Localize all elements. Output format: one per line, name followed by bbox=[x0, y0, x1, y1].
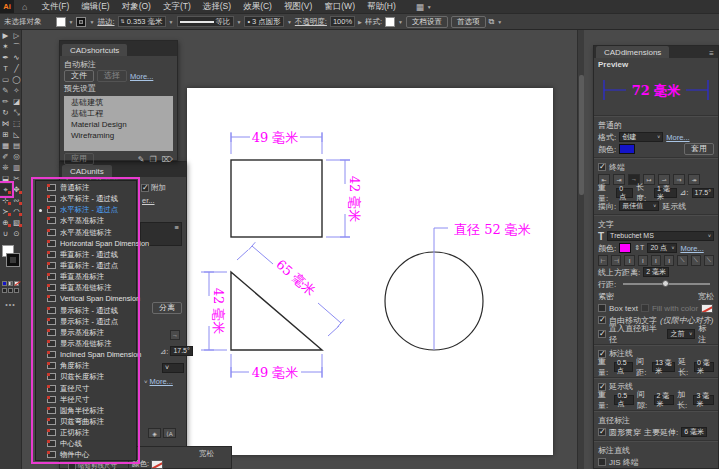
text-position-button[interactable]: ⟍ bbox=[677, 255, 687, 266]
separate-button[interactable]: 分离 bbox=[152, 302, 182, 314]
menu-item[interactable]: 对象(O) bbox=[116, 1, 157, 13]
edit-icon[interactable]: ✎ bbox=[138, 155, 145, 164]
opacity-label[interactable]: 不透明度: bbox=[295, 17, 327, 27]
fill-color-none-swatch[interactable] bbox=[701, 304, 713, 313]
menu-item-radius-size[interactable]: 半径尺寸 bbox=[36, 394, 136, 405]
menu-item-oblique-by-line[interactable]: 显示标注 - 通过线 bbox=[36, 305, 136, 316]
draw-behind-button[interactable] bbox=[8, 288, 13, 293]
more-link[interactable]: More... bbox=[130, 72, 153, 81]
text-position-button[interactable]: Ⅰ bbox=[651, 255, 661, 266]
menu-item[interactable]: 效果(C) bbox=[237, 1, 278, 13]
eraser-tool[interactable]: ◪ bbox=[11, 96, 22, 107]
color-mode-button[interactable] bbox=[2, 281, 7, 286]
chevron-right-icon[interactable]: ▶ bbox=[358, 19, 362, 25]
menu-item-fillet-radius[interactable]: 圆角半径标注 bbox=[36, 405, 136, 416]
dropdown-field[interactable]: ˅ bbox=[162, 363, 184, 373]
angle-field[interactable]: 17.5° bbox=[170, 346, 192, 356]
terminators-checkbox[interactable] bbox=[598, 163, 606, 171]
jis-checkbox[interactable] bbox=[598, 458, 606, 466]
menu-item-horizontal-datum[interactable]: 水平基准标注 bbox=[36, 215, 136, 226]
home-icon[interactable]: ⌂ bbox=[14, 2, 35, 12]
ellipse-tool[interactable]: ◯ bbox=[11, 74, 22, 85]
stroke-weight-field[interactable]: ⇅0.353 毫米 bbox=[118, 16, 166, 27]
apply-button[interactable]: 套用 bbox=[684, 143, 714, 155]
none-mode-button[interactable] bbox=[14, 281, 19, 286]
arrow-button[interactable]: → bbox=[170, 330, 180, 340]
above-line-field[interactable]: 2 毫米 bbox=[643, 267, 669, 277]
run-through-checkbox[interactable] bbox=[598, 428, 606, 436]
artboard-tool[interactable]: ⬓ bbox=[0, 173, 11, 184]
document-setup-button[interactable]: 文档设置 bbox=[406, 16, 448, 28]
pen-tool[interactable]: ✒ bbox=[0, 52, 11, 63]
attach-checkbox[interactable] bbox=[141, 184, 149, 192]
preset-item[interactable]: 基础工程 bbox=[71, 108, 171, 119]
chevron-down-icon[interactable]: ▼ bbox=[169, 19, 174, 25]
menu-item-horizontal-by-point[interactable]: 水平标注 - 通过点 bbox=[36, 204, 136, 215]
preferences-button[interactable]: 首选项 bbox=[451, 16, 486, 28]
app-logo-icon[interactable]: Ai bbox=[0, 0, 14, 13]
blend-tool[interactable]: ◎ bbox=[11, 151, 22, 162]
direct-selection-tool[interactable]: ▷ bbox=[11, 30, 22, 41]
cadshortcuts-tab[interactable]: CADshortcuts bbox=[62, 44, 127, 56]
circle-diameter-dimension[interactable] bbox=[434, 228, 448, 350]
draw-inside-button[interactable] bbox=[14, 288, 19, 293]
free-move-checkbox[interactable] bbox=[598, 316, 606, 324]
rectangle-shape[interactable] bbox=[231, 160, 322, 237]
shaper-tool[interactable]: ✧ bbox=[11, 85, 22, 96]
place-select[interactable]: 之前˅ bbox=[667, 329, 695, 339]
stroke-swatch[interactable] bbox=[7, 254, 19, 266]
cad-offset-tool[interactable]: ∾ bbox=[11, 195, 22, 206]
symbol-sprayer-tool[interactable]: ❊ bbox=[0, 162, 11, 173]
text-position-button[interactable]: ⟍ bbox=[704, 255, 714, 266]
chevron-down-icon[interactable]: ▼ bbox=[398, 19, 403, 25]
text-position-button[interactable]: Ⅰ bbox=[664, 255, 674, 266]
chevron-down-icon[interactable]: ▼ bbox=[237, 19, 242, 25]
menu-item-bezier-length[interactable]: 贝兹长度标注 bbox=[36, 371, 136, 382]
menu-item-angle-dimension[interactable]: 角度标注 bbox=[36, 360, 136, 371]
perspective-grid-tool[interactable]: ◺ bbox=[11, 129, 22, 140]
menu-item-object-center[interactable]: 物件中心 bbox=[36, 449, 136, 460]
line-segment-tool[interactable]: ╱ bbox=[11, 63, 22, 74]
witness-weight-field[interactable]: 0.5 点 bbox=[614, 395, 634, 405]
terminator-style-button[interactable]: ⇀ bbox=[658, 174, 670, 185]
witness-ext-field[interactable]: 3 毫米 bbox=[693, 395, 714, 405]
terminator-weight-field[interactable]: 0 点 bbox=[616, 188, 633, 198]
menu-item-horizontal-datum-chain[interactable]: 水平基准链标注 bbox=[36, 227, 136, 238]
delete-icon[interactable]: ⌦ bbox=[162, 155, 173, 164]
file-button[interactable]: 文件 bbox=[64, 70, 94, 82]
preset-listbox[interactable]: 基础建筑基础工程Material DesignWireframing bbox=[64, 96, 173, 151]
menu-item-vertical-by-point[interactable]: 垂直标注 - 通过点 bbox=[36, 260, 136, 271]
magic-wand-tool[interactable]: ✶ bbox=[0, 41, 11, 52]
gradient-tool[interactable]: ▤ bbox=[11, 140, 22, 151]
menu-item-centerline[interactable]: 中心线 bbox=[36, 438, 136, 449]
terminator-style-button[interactable]: ⇥ bbox=[613, 174, 625, 185]
text-position-button[interactable]: Ⅰ bbox=[638, 255, 648, 266]
stroke-profile-select[interactable]: 等比 bbox=[177, 16, 234, 27]
preset-item[interactable]: 基础建筑 bbox=[71, 97, 171, 108]
panel-menu-icon[interactable]: ≡ bbox=[709, 49, 714, 58]
menu-item-vertical-by-line[interactable]: 垂直标注 - 通过线 bbox=[36, 249, 136, 260]
scale-tool[interactable]: ⤡ bbox=[11, 107, 22, 118]
artboard[interactable]: 49 毫米 42 毫米 42 毫米 49 毫米 bbox=[187, 88, 553, 455]
caddimensions-tab[interactable]: CADdimensions bbox=[596, 46, 669, 58]
cad-scale-tool[interactable]: ⊹ bbox=[0, 195, 11, 206]
cad-count-tool[interactable]: ⊕ bbox=[0, 217, 11, 228]
paintbrush-tool[interactable]: ✎ bbox=[0, 85, 11, 96]
dimline-weight-field[interactable]: 0.5 点 bbox=[614, 362, 633, 372]
triangle-hypotenuse-dimension[interactable] bbox=[237, 242, 344, 336]
scrollbar-thumb[interactable] bbox=[579, 75, 584, 195]
text-position-button[interactable]: Ⅰ bbox=[624, 255, 634, 266]
opacity-field[interactable]: 100% bbox=[330, 16, 355, 27]
dimline-ext-field[interactable]: 0 毫米 bbox=[694, 362, 714, 372]
column-graph-tool[interactable]: ▥ bbox=[11, 162, 22, 173]
text-position-button[interactable]: ⊢ bbox=[598, 255, 608, 266]
hand-tool[interactable]: ∪ bbox=[0, 228, 11, 239]
type-tool[interactable]: T bbox=[0, 63, 11, 74]
text-more-link[interactable]: More... bbox=[680, 244, 703, 253]
chevron-down-icon[interactable]: ▼ bbox=[69, 19, 74, 25]
menu-item-diameter-size[interactable]: 直径尺寸 bbox=[36, 383, 136, 394]
arrange-icon[interactable]: ⧉ bbox=[489, 17, 495, 27]
fill-with-color-checkbox[interactable] bbox=[641, 304, 649, 312]
menu-item[interactable]: 文件(F) bbox=[35, 1, 75, 13]
terminator-length-field[interactable]: 1 毫米 bbox=[654, 188, 677, 198]
